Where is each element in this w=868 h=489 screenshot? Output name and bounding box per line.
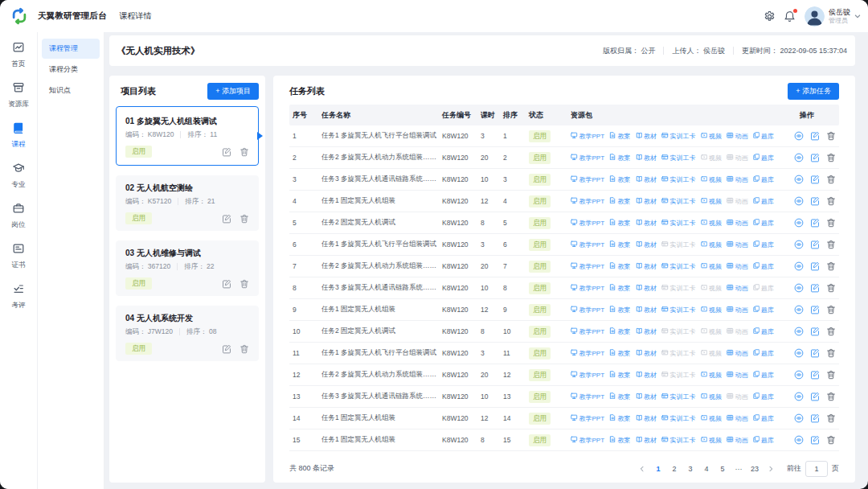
delete-task-icon[interactable] <box>826 370 836 380</box>
project-card[interactable]: 01 多旋翼无人机组装调试编码： K8W120排序： 11启用 <box>116 106 259 166</box>
delete-task-icon[interactable] <box>826 348 836 358</box>
resource-link-教案[interactable]: 教案 <box>609 175 631 184</box>
resource-link-教案[interactable]: 教案 <box>609 154 631 162</box>
view-task-icon[interactable] <box>794 131 804 141</box>
resource-link-题库[interactable]: 题库 <box>753 132 775 141</box>
user-info[interactable]: 侯岳骏 管理员 <box>829 8 850 25</box>
resource-link-动画[interactable]: 动画 <box>727 414 748 423</box>
resource-link-视频[interactable]: 视频 <box>701 240 723 249</box>
edit-task-icon[interactable] <box>810 413 820 423</box>
resource-link-教材[interactable]: 教材 <box>636 306 657 314</box>
resource-link-视频[interactable]: 视频 <box>701 175 723 184</box>
resource-link-题库[interactable]: 题库 <box>753 197 775 206</box>
edit-project-icon[interactable] <box>222 279 231 289</box>
resource-link-教学PPT[interactable]: 教学PPT <box>571 349 604 358</box>
project-card[interactable]: 02 无人机航空测绘编码： K57120排序： 21启用 <box>116 175 259 231</box>
resource-link-教材[interactable]: 教材 <box>636 284 657 293</box>
avatar[interactable] <box>805 6 825 27</box>
resource-link-教学PPT[interactable]: 教学PPT <box>571 306 604 314</box>
delete-task-icon[interactable] <box>826 392 836 401</box>
view-task-icon[interactable] <box>794 196 804 206</box>
resource-link-实训工卡[interactable]: 实训工卡 <box>661 436 696 445</box>
rail-item-首页[interactable]: 首页 <box>0 41 37 69</box>
delete-task-icon[interactable] <box>826 283 836 293</box>
resource-link-动画[interactable]: 动画 <box>727 306 748 314</box>
resource-link-教材[interactable]: 教材 <box>636 436 657 445</box>
resource-link-教案[interactable]: 教案 <box>609 392 631 401</box>
resource-link-题库[interactable]: 题库 <box>753 414 775 423</box>
resource-link-实训工卡[interactable]: 实训工卡 <box>661 219 696 228</box>
next-page-icon[interactable] <box>765 465 776 473</box>
edit-task-icon[interactable] <box>810 435 820 445</box>
view-task-icon[interactable] <box>794 240 804 249</box>
resource-link-教案[interactable]: 教案 <box>609 327 631 336</box>
resource-link-动画[interactable]: 动画 <box>727 436 748 445</box>
goto-page-input[interactable] <box>805 461 828 477</box>
resource-link-教案[interactable]: 教案 <box>609 371 631 380</box>
resource-link-实训工卡[interactable]: 实训工卡 <box>661 414 696 423</box>
resource-link-视频[interactable]: 视频 <box>701 414 723 423</box>
page-ellipsis[interactable]: ··· <box>733 465 744 473</box>
edit-project-icon[interactable] <box>222 147 231 157</box>
resource-link-题库[interactable]: 题库 <box>753 392 775 401</box>
add-project-button[interactable]: + 添加项目 <box>207 83 259 100</box>
edit-task-icon[interactable] <box>810 370 820 380</box>
resource-link-教材[interactable]: 教材 <box>636 392 657 401</box>
delete-task-icon[interactable] <box>826 131 836 141</box>
resource-link-动画[interactable]: 动画 <box>727 349 748 358</box>
resource-link-教学PPT[interactable]: 教学PPT <box>571 197 604 206</box>
resource-link-题库[interactable]: 题库 <box>753 175 775 184</box>
chevron-down-icon[interactable] <box>854 12 862 20</box>
resource-link-题库[interactable]: 题库 <box>753 240 775 249</box>
view-task-icon[interactable] <box>794 305 804 314</box>
resource-link-教案[interactable]: 教案 <box>609 219 631 228</box>
resource-link-教材[interactable]: 教材 <box>636 240 657 249</box>
delete-project-icon[interactable] <box>240 147 249 157</box>
resource-link-动画[interactable]: 动画 <box>727 262 748 271</box>
view-task-icon[interactable] <box>794 175 804 184</box>
resource-link-题库[interactable]: 题库 <box>753 219 775 228</box>
resource-link-教案[interactable]: 教案 <box>609 262 631 271</box>
resource-link-教案[interactable]: 教案 <box>609 306 631 314</box>
delete-task-icon[interactable] <box>826 153 836 162</box>
edit-task-icon[interactable] <box>810 196 820 206</box>
delete-task-icon[interactable] <box>826 240 836 249</box>
settings-icon[interactable] <box>764 10 776 23</box>
resource-link-教学PPT[interactable]: 教学PPT <box>571 154 604 162</box>
rail-item-证书[interactable]: 证书 <box>0 242 37 270</box>
resource-link-实训工卡[interactable]: 实训工卡 <box>661 197 696 206</box>
project-card[interactable]: 04 无人机系统开发编码： J7W120排序： 08启用 <box>116 306 259 361</box>
resource-link-教案[interactable]: 教案 <box>609 240 631 249</box>
app-logo[interactable] <box>0 7 38 25</box>
delete-task-icon[interactable] <box>826 413 836 423</box>
add-task-button[interactable]: + 添加任务 <box>788 83 839 100</box>
resource-link-教学PPT[interactable]: 教学PPT <box>571 327 604 336</box>
resource-link-视频[interactable]: 视频 <box>701 197 723 206</box>
rail-item-课程[interactable]: 课程 <box>0 121 37 150</box>
view-task-icon[interactable] <box>794 261 804 271</box>
edit-task-icon[interactable] <box>810 327 820 336</box>
resource-link-实训工卡[interactable]: 实训工卡 <box>661 262 696 271</box>
resource-link-动画[interactable]: 动画 <box>727 371 748 380</box>
rail-item-专业[interactable]: 专业 <box>0 162 37 190</box>
view-task-icon[interactable] <box>794 413 804 423</box>
resource-link-教材[interactable]: 教材 <box>636 219 657 228</box>
resource-link-教材[interactable]: 教材 <box>636 371 657 380</box>
edit-task-icon[interactable] <box>810 240 820 249</box>
resource-link-教案[interactable]: 教案 <box>609 349 631 358</box>
resource-link-视频[interactable]: 视频 <box>701 262 723 271</box>
resource-link-教材[interactable]: 教材 <box>636 262 657 271</box>
resource-link-动画[interactable]: 动画 <box>727 240 748 249</box>
delete-task-icon[interactable] <box>826 261 836 271</box>
edit-task-icon[interactable] <box>810 218 820 228</box>
resource-link-教材[interactable]: 教材 <box>636 154 657 162</box>
edit-task-icon[interactable] <box>810 305 820 314</box>
resource-link-题库[interactable]: 题库 <box>753 436 775 445</box>
edit-task-icon[interactable] <box>810 348 820 358</box>
resource-link-教学PPT[interactable]: 教学PPT <box>571 262 604 271</box>
view-task-icon[interactable] <box>794 348 804 358</box>
delete-task-icon[interactable] <box>826 196 836 206</box>
resource-link-教学PPT[interactable]: 教学PPT <box>571 371 604 380</box>
resource-link-题库[interactable]: 题库 <box>753 154 775 162</box>
view-task-icon[interactable] <box>794 392 804 401</box>
